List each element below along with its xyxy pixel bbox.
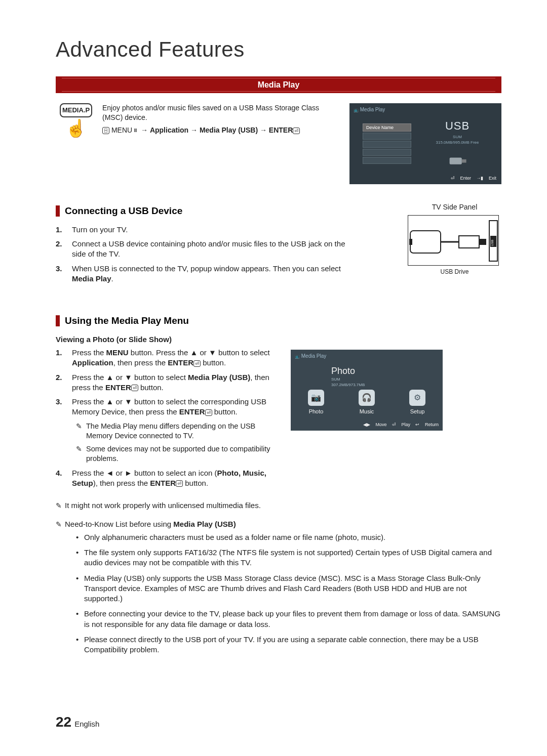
return-hint: ↩ Return: [415, 422, 439, 427]
enter-icon: ⏎: [193, 360, 201, 367]
step-item: 3.When USB is connected to the TV, popup…: [56, 264, 360, 284]
play-hint: ⏎ Play: [392, 422, 410, 427]
exit-hint: →▮ Exit: [476, 176, 496, 181]
svg-rect-1: [462, 159, 466, 162]
tv-side-panel-diagram: TV Side Panel USB USB Drive: [408, 202, 501, 276]
menu-icon: ⌸: [102, 127, 109, 134]
device-name-header: Device Name: [363, 123, 411, 132]
hand-icon: ☝: [56, 119, 96, 137]
list-item: [363, 149, 411, 156]
list-item: Media Play (USB) only supports the USB M…: [76, 573, 501, 604]
enter-icon: ⏎: [205, 409, 212, 416]
move-hint: ◀▶ Move: [363, 422, 387, 427]
list-item: [363, 157, 411, 164]
svg-rect-6: [479, 239, 486, 245]
note-need-to-know: Need-to-Know List before using Media Pla…: [56, 519, 501, 529]
setup-icon: ⚙Setup: [402, 390, 433, 415]
step-item: 2.Connect a USB device containing photo …: [56, 239, 360, 260]
enter-icon: ⏎: [176, 480, 183, 487]
page-title: Advanced Features: [56, 35, 501, 64]
note-block: The Media Play menu differs depending on…: [76, 422, 279, 464]
list-item: [363, 141, 411, 148]
enter-hint: ⏎ Enter: [451, 176, 471, 181]
section-marker: [56, 205, 60, 217]
step-item: 2.Press the ▲ or ▼ button to select Medi…: [56, 372, 279, 393]
step-item: 4.Press the ◄ or ► button to select an i…: [56, 468, 279, 489]
tv-screenshot-device-select: 📺 Media Play Device Name USB SUM315.0MB/…: [349, 103, 501, 184]
enter-icon: ⏎: [131, 385, 138, 391]
note-unlicensed: It might not work properly with unlicens…: [56, 500, 501, 511]
svg-rect-3: [409, 239, 412, 245]
need-to-know-list: Only alphanumeric characters must be use…: [56, 532, 501, 655]
remote-illustration: MEDIA.P ☝: [56, 103, 96, 184]
intro-text: Enjoy photos and/or music files saved on…: [102, 103, 337, 184]
step-item: 3.Press the ▲ or ▼ button to select the …: [56, 397, 279, 417]
svg-rect-5: [459, 236, 479, 248]
subheading-viewing-photo: Viewing a Photo (or Slide Show): [56, 334, 501, 345]
section-bar-media-play: Media Play: [56, 76, 501, 94]
enter-icon: ⏎: [293, 128, 300, 134]
section-title-connecting-usb: Connecting a USB Device: [65, 204, 182, 218]
svg-text:USB: USB: [491, 240, 494, 246]
svg-rect-2: [410, 231, 441, 253]
photo-icon: 📷Photo: [301, 390, 331, 415]
list-item: [363, 133, 411, 140]
menu-grid-icon: Ⅲ: [132, 128, 139, 134]
list-item: Before connecting your device to the TV,…: [76, 609, 501, 629]
usb-stick-icon: [446, 149, 468, 171]
step-item: 1.Turn on your TV.: [56, 225, 360, 235]
page-number: 22English: [56, 712, 99, 732]
list-item: The file system only supports FAT16/32 (…: [76, 548, 501, 568]
list-item: Please connect directly to the USB port …: [76, 635, 501, 655]
section-title-media-play-menu: Using the Media Play Menu: [65, 314, 189, 327]
step-item: 1.Press the MENU button. Press the ▲ or …: [56, 348, 279, 368]
usb-label: USB: [419, 118, 495, 134]
media-p-button: MEDIA.P: [60, 103, 92, 117]
list-item: Only alphanumeric characters must be use…: [76, 532, 501, 542]
section-marker: [56, 315, 60, 326]
svg-rect-0: [450, 157, 462, 164]
tv-screenshot-photo-menu: 📺 Media Play Photo SUM307.2MB/973.7MB 📷P…: [291, 350, 443, 431]
music-icon: 🎧Music: [351, 390, 382, 415]
